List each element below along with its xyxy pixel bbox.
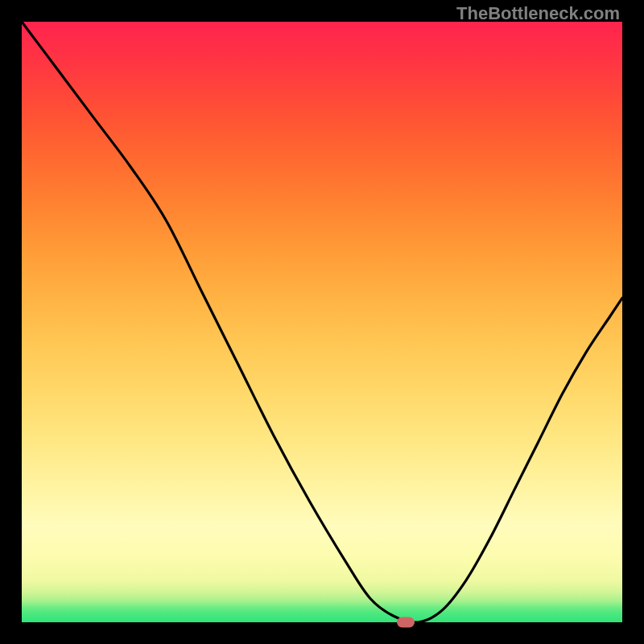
- bottleneck-curve: [22, 22, 622, 622]
- chart-frame: TheBottleneck.com: [0, 0, 644, 644]
- plot-area: [22, 22, 622, 622]
- optimal-point-marker: [397, 617, 415, 628]
